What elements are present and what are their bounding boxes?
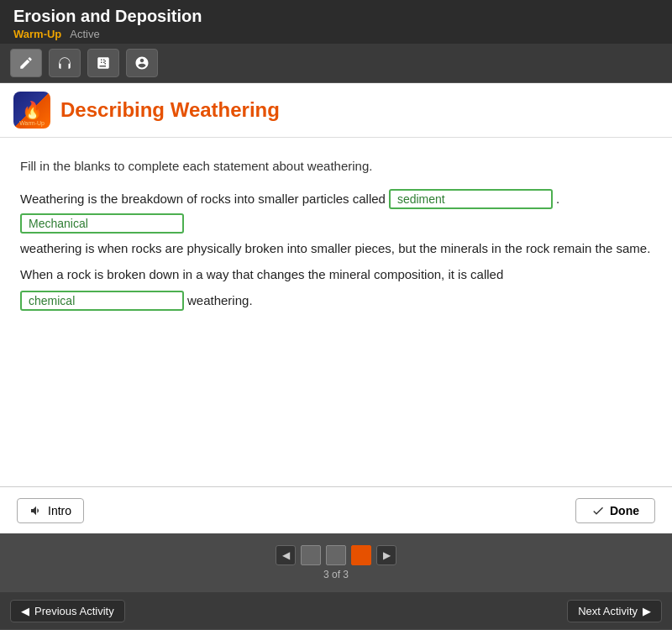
left-arrow-icon: ◀	[21, 605, 29, 617]
toolbar	[0, 44, 672, 83]
right-arrow-icon: ▶	[643, 605, 651, 617]
sentence-1: Weathering is the breakdown of rocks int…	[20, 187, 652, 210]
pagination-area: ◀ ▶ 3 of 3	[0, 533, 672, 592]
settings-tool-button[interactable]	[126, 49, 158, 77]
speaker-icon	[29, 504, 43, 517]
top-header: Erosion and Deposition Warm-Up Active	[0, 0, 672, 44]
page-title: Erosion and Deposition	[13, 7, 659, 26]
sentence-2: weathering is when rocks are physically …	[20, 213, 652, 260]
pagination-controls: ◀ ▶	[276, 545, 396, 565]
sentence3-post-text: weathering.	[187, 289, 253, 312]
page-1-indicator[interactable]	[301, 545, 321, 565]
blank-1-input[interactable]	[389, 189, 553, 209]
bottom-bar: Intro Done	[0, 486, 672, 533]
card-header: 🔥 Warm-Up Describing Weathering	[0, 83, 672, 138]
sentence1-pre-text: Weathering is the breakdown of rocks int…	[20, 187, 386, 210]
sentence1-period: .	[556, 187, 559, 210]
previous-activity-label: Previous Activity	[34, 605, 114, 617]
main-content: 🔥 Warm-Up Describing Weathering Fill in …	[0, 83, 672, 486]
blank-2-input[interactable]	[20, 213, 184, 234]
content-body: Fill in the blanks to complete each stat…	[0, 138, 672, 486]
pencil-tool-button[interactable]	[10, 49, 42, 77]
page-count: 3 of 3	[323, 569, 349, 580]
checkmark-icon	[591, 504, 605, 517]
next-page-button[interactable]: ▶	[376, 545, 396, 565]
intro-label: Intro	[48, 504, 71, 517]
page-2-indicator[interactable]	[326, 545, 346, 565]
next-activity-button[interactable]: Next Activity ▶	[567, 600, 662, 622]
sentence2-post-text: weathering is when rocks are physically …	[20, 237, 650, 260]
warm-up-label: Warm-Up	[13, 28, 61, 40]
blank-3-input[interactable]	[20, 291, 184, 311]
active-label: Active	[70, 28, 99, 40]
next-activity-label: Next Activity	[578, 605, 638, 617]
calculator-tool-button[interactable]	[87, 49, 119, 77]
sentence-3: When a rock is broken down in a way that…	[20, 263, 652, 312]
intro-button[interactable]: Intro	[17, 498, 84, 523]
card-title: Describing Weathering	[60, 98, 280, 122]
page-3-indicator[interactable]	[351, 545, 371, 565]
warm-up-icon: 🔥 Warm-Up	[13, 92, 50, 129]
instruction-text: Fill in the blanks to complete each stat…	[20, 155, 652, 177]
done-label: Done	[610, 504, 639, 517]
footer-nav: ◀ Previous Activity Next Activity ▶	[0, 592, 672, 629]
previous-activity-button[interactable]: ◀ Previous Activity	[10, 600, 125, 622]
headphones-tool-button[interactable]	[49, 49, 81, 77]
sentence3-pre-text: When a rock is broken down in a way that…	[20, 263, 503, 286]
done-button[interactable]: Done	[575, 498, 655, 523]
prev-page-button[interactable]: ◀	[276, 545, 296, 565]
